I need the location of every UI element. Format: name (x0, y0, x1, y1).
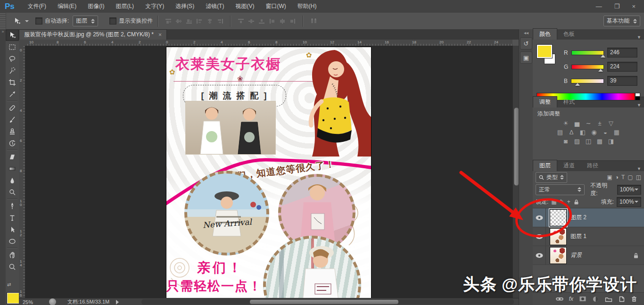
vertical-ruler[interactable]: 0 2 4 6 8 10 12 14 16 (19, 46, 25, 298)
align-left-edges-icon[interactable] (196, 18, 203, 24)
quick-selection-tool[interactable] (6, 65, 19, 76)
photo-filter-icon[interactable]: ◉ (588, 128, 600, 137)
menu-filter[interactable]: 滤镜(T) (200, 0, 230, 13)
black-quick-swatch[interactable] (635, 96, 640, 100)
menu-window[interactable]: 窗口(W) (260, 0, 291, 13)
filter-smart-objects-icon[interactable]: ◫ (636, 174, 641, 181)
tab-adjustments[interactable]: 调整 (533, 96, 557, 107)
layer2-thumbnail[interactable] (550, 209, 567, 226)
gradient-map-icon[interactable]: ▩ (594, 137, 605, 146)
green-value-field[interactable]: 224 (607, 62, 637, 72)
clone-stamp-tool[interactable] (6, 125, 19, 137)
align-bottom-edges-icon[interactable] (186, 18, 192, 24)
auto-select-target-dropdown[interactable]: 图层 (73, 16, 98, 26)
swap-colors-icon[interactable]: ⇄ (7, 282, 18, 290)
black-white-icon[interactable]: ◧ (577, 128, 588, 137)
exposure-icon[interactable]: ± (594, 119, 605, 128)
brush-tool[interactable] (6, 114, 19, 125)
background-name[interactable]: 背景 (570, 251, 582, 259)
type-tool[interactable] (6, 212, 19, 223)
eraser-tool[interactable] (6, 151, 19, 163)
lasso-tool[interactable] (6, 53, 19, 65)
new-layer-icon[interactable] (618, 296, 625, 302)
foreground-color-swatch-panel[interactable] (537, 44, 553, 58)
levels-icon[interactable]: ▅ (571, 119, 583, 128)
canvas-horizontal-scrollbar[interactable] (141, 299, 514, 305)
ellipse-shape-tool[interactable] (6, 235, 19, 247)
tab-swatches[interactable]: 色板 (557, 29, 581, 40)
lock-all-icon[interactable] (573, 199, 579, 205)
hand-tool[interactable] (6, 249, 19, 261)
invert-icon[interactable]: ◙ (560, 137, 571, 146)
brightness-contrast-icon[interactable]: ☀ (560, 119, 571, 128)
blur-tool[interactable] (6, 174, 19, 186)
red-value-field[interactable]: 246 (607, 48, 637, 58)
menu-help[interactable]: 帮助(H) (292, 0, 322, 13)
menu-image[interactable]: 图像(I) (82, 0, 110, 13)
distribute-left-edges-icon[interactable] (269, 18, 275, 24)
delete-layer-icon[interactable] (631, 296, 637, 302)
layer-filter-type-dropdown[interactable]: 类型 (536, 172, 567, 183)
path-selection-tool[interactable] (6, 223, 19, 235)
layer2-name[interactable]: 图层 2 (570, 214, 586, 222)
tab-channels[interactable]: 通道 (557, 160, 581, 171)
channel-mixer-icon[interactable]: ◒ (600, 128, 611, 137)
fill-field[interactable]: 100% (617, 197, 641, 207)
tab-color[interactable]: 颜色 (533, 28, 557, 40)
menu-type[interactable]: 文字(Y) (140, 0, 170, 13)
align-vertical-centers-icon[interactable] (175, 18, 182, 24)
menu-view[interactable]: 视图(V) (230, 0, 260, 13)
filter-type-layers-icon[interactable]: T (621, 174, 625, 181)
maximize-button[interactable]: ❐ (614, 3, 620, 10)
history-panel-icon[interactable]: ↺ (520, 37, 532, 49)
tab-styles[interactable]: 样式 (557, 97, 581, 107)
show-transform-checkbox[interactable] (109, 17, 116, 25)
opacity-field[interactable]: 100% (617, 185, 641, 195)
properties-panel-icon[interactable]: ▣ (520, 51, 532, 64)
document-tab-close-icon[interactable]: × (158, 32, 162, 38)
hue-saturation-icon[interactable]: ▤ (554, 128, 566, 137)
layer1-visibility-toggle[interactable] (533, 227, 546, 246)
filter-pixel-layers-icon[interactable]: ▣ (607, 174, 612, 181)
status-popup-arrow-icon[interactable] (116, 300, 119, 305)
layer-row-layer1[interactable]: 图层 1 (533, 227, 644, 246)
color-lookup-icon[interactable]: ▦ (611, 128, 622, 137)
new-group-icon[interactable] (605, 296, 612, 302)
blue-slider[interactable] (571, 79, 604, 83)
workspace-switcher[interactable]: 基本功能 (603, 16, 640, 26)
vibrance-icon[interactable]: ▽ (605, 119, 617, 128)
filter-adjustment-layers-icon[interactable]: ◑ (615, 174, 619, 181)
auto-align-layers-icon[interactable] (310, 18, 318, 24)
panel-menu-icon[interactable]: ▼ (637, 103, 644, 107)
spot-healing-brush-tool[interactable] (6, 102, 19, 114)
curves-icon[interactable]: ∼ (583, 119, 594, 128)
collapse-panels-icon[interactable]: ◂◂ (519, 29, 533, 35)
pen-tool[interactable] (6, 200, 19, 212)
canvas-vertical-scrollbar[interactable] (512, 46, 519, 298)
crop-tool[interactable] (6, 76, 19, 88)
horizontal-scrollbar-thumb[interactable] (250, 300, 398, 304)
red-slider[interactable] (571, 50, 604, 55)
horizontal-ruler[interactable]: 10 8 6 4 2 0 2 4 6 8 10 12 14 16 18 20 2… (25, 40, 512, 46)
eyedropper-tool[interactable] (6, 88, 19, 100)
move-tool[interactable] (6, 29, 19, 41)
dodge-tool[interactable] (6, 186, 19, 198)
lock-transparent-pixels-icon[interactable]: ▦ (551, 198, 556, 205)
menu-file[interactable]: 文件(F) (22, 0, 52, 13)
lock-position-icon[interactable]: + (567, 198, 570, 205)
layer-effects-icon[interactable]: fx (569, 296, 573, 302)
tool-preset-caret-icon[interactable] (25, 20, 29, 22)
align-right-edges-icon[interactable] (217, 18, 223, 24)
blue-value-field[interactable]: 39 (607, 76, 637, 86)
distribute-top-edges-icon[interactable] (238, 18, 244, 24)
gradient-tool[interactable] (6, 163, 19, 174)
canvas-area[interactable]: ✿ ✿ 衣莱美女子衣橱 ❀ [ 潮 流 搭 配 ] (25, 46, 512, 298)
layer-row-background[interactable]: 背景 (533, 246, 644, 265)
ruler-origin-corner[interactable] (19, 40, 25, 46)
selective-color-icon[interactable]: ◨ (605, 137, 617, 146)
close-button[interactable]: × (632, 3, 636, 10)
document-tab[interactable]: 服装宣传单中秋反面.jpg @ 25% (图层 2, CMYK/8) * × (19, 29, 167, 40)
layer1-thumbnail[interactable] (550, 228, 567, 245)
blend-mode-dropdown[interactable]: 正常 (536, 184, 585, 195)
layer-row-layer2[interactable]: 图层 2 (533, 208, 644, 227)
